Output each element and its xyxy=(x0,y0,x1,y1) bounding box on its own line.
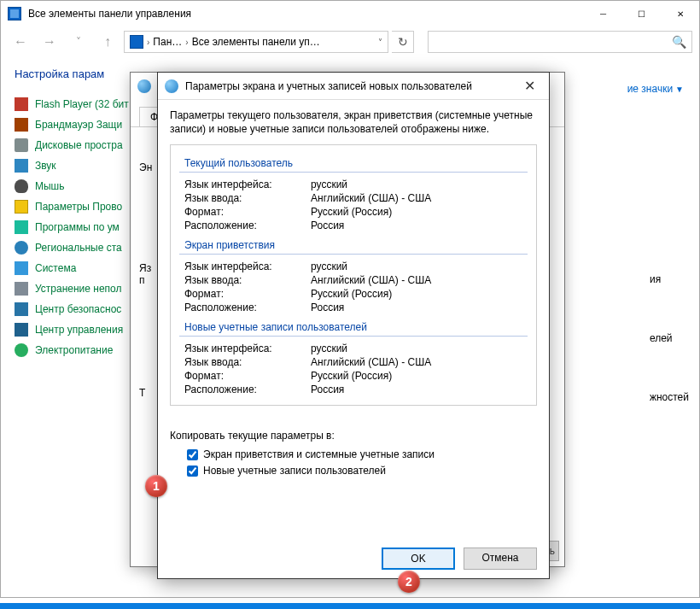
wrench-icon xyxy=(15,282,28,296)
up-button[interactable]: ↑ xyxy=(95,30,120,54)
dialog-footer: OK Отмена xyxy=(382,548,537,570)
breadcrumb-icon xyxy=(130,35,143,49)
view-dropdown[interactable]: ие значки▼ xyxy=(627,83,684,95)
forward-button[interactable]: → xyxy=(37,30,62,54)
firewall-icon xyxy=(15,118,28,132)
search-input[interactable]: 🔍 xyxy=(428,31,692,53)
chevron-down-icon: ▼ xyxy=(675,85,684,94)
close-button[interactable]: ✕ xyxy=(510,73,549,99)
annotation-marker-1: 1 xyxy=(145,475,167,497)
titlebar: Параметры экрана и учетных записей новых… xyxy=(158,73,549,100)
maximize-button[interactable]: ☐ xyxy=(622,1,661,26)
programs-icon xyxy=(15,220,28,234)
checkbox-input[interactable] xyxy=(187,449,198,460)
group-welcome-screen: Экран приветствия xyxy=(179,237,528,255)
chevron-right-icon: › xyxy=(185,38,188,47)
settings-groupbox: Текущий пользователь Язык интерфейса:рус… xyxy=(170,144,537,406)
copy-section: Копировать текущие параметры в: Экран пр… xyxy=(170,430,537,477)
window-title: Все элементы панели управления xyxy=(28,8,584,20)
search-icon: 🔍 xyxy=(672,35,686,49)
welcome-new-user-dialog: Параметры экрана и учетных записей новых… xyxy=(157,72,550,579)
annotation-marker-2: 2 xyxy=(398,571,420,593)
system-icon xyxy=(15,261,28,275)
nav-bar: ← → ˅ ↑ › Пан… › Все элементы панели уп…… xyxy=(1,26,699,57)
checkbox-new-accounts[interactable]: Новые учетные записи пользователей xyxy=(187,465,537,477)
history-dropdown[interactable]: ˅ xyxy=(66,30,91,54)
chevron-down-icon[interactable]: ˅ xyxy=(378,38,382,47)
sound-icon xyxy=(15,159,28,173)
taskbar-strip xyxy=(0,603,700,609)
flag-icon xyxy=(15,302,28,316)
checkbox-welcome-screen[interactable]: Экран приветствия и системные учетные за… xyxy=(187,448,537,460)
close-button[interactable]: ✕ xyxy=(661,1,699,26)
obscured-text: ия елей жностей xyxy=(650,226,689,450)
admin-icon xyxy=(15,323,28,337)
breadcrumb-seg1[interactable]: Пан… xyxy=(153,36,182,48)
dialog-title: Параметры экрана и учетных записей новых… xyxy=(185,80,510,92)
group-new-accounts: Новые учетные записи пользователей xyxy=(179,319,528,337)
disk-icon xyxy=(15,138,28,152)
titlebar: Все элементы панели управления ─ ☐ ✕ xyxy=(1,1,699,26)
breadcrumb[interactable]: › Пан… › Все элементы панели уп… ˅ xyxy=(124,31,388,53)
minimize-button[interactable]: ─ xyxy=(584,1,622,26)
checkbox-input[interactable] xyxy=(187,466,198,477)
globe-icon xyxy=(15,241,28,255)
flash-icon xyxy=(15,97,28,111)
control-panel-icon xyxy=(8,7,21,20)
mouse-icon xyxy=(15,179,28,193)
refresh-button[interactable]: ↻ xyxy=(392,31,414,53)
breadcrumb-seg2[interactable]: Все элементы панели уп… xyxy=(192,36,320,48)
dialog-description: Параметры текущего пользователя, экран п… xyxy=(170,108,537,136)
explorer-icon xyxy=(15,200,28,214)
cancel-button[interactable]: Отмена xyxy=(464,548,537,570)
dialog-body: Параметры текущего пользователя, экран п… xyxy=(158,100,549,489)
globe-icon xyxy=(137,79,151,93)
copy-heading: Копировать текущие параметры в: xyxy=(170,430,537,442)
back-button[interactable]: ← xyxy=(8,30,33,54)
group-current-user: Текущий пользователь xyxy=(179,155,528,173)
globe-icon xyxy=(165,79,178,93)
power-icon xyxy=(15,343,28,357)
chevron-right-icon: › xyxy=(147,38,149,47)
ok-button[interactable]: OK xyxy=(382,548,455,570)
